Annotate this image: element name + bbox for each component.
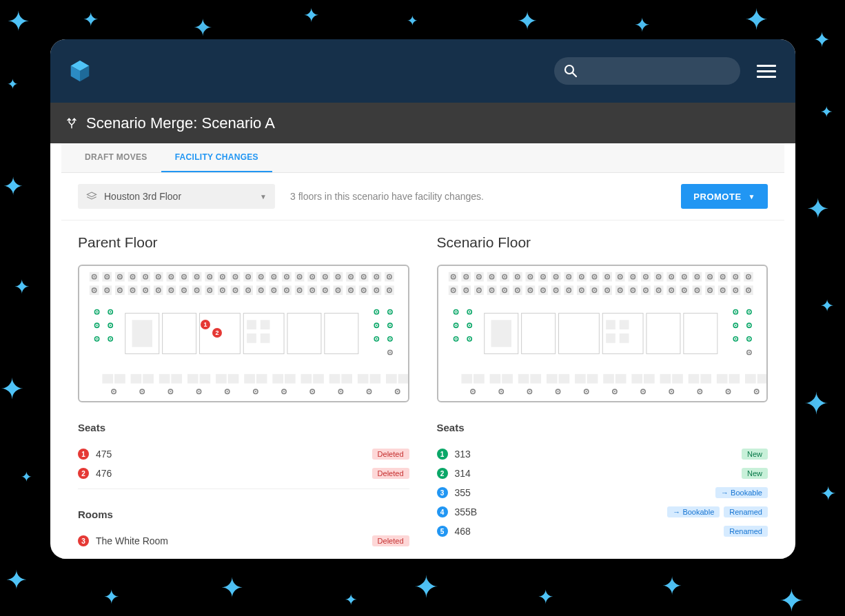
svg-rect-452 <box>745 374 756 384</box>
cube-logo-icon <box>67 58 93 84</box>
tab-draft-moves[interactable]: DRAFT MOVES <box>71 143 161 172</box>
svg-rect-428 <box>575 374 586 384</box>
svg-point-403 <box>455 338 456 340</box>
svg-point-365 <box>709 289 710 291</box>
svg-point-26 <box>170 276 172 278</box>
svg-rect-211 <box>272 374 283 384</box>
svg-point-131 <box>312 289 313 291</box>
svg-point-311 <box>478 289 479 291</box>
svg-point-272 <box>619 276 620 278</box>
svg-point-347 <box>632 289 633 291</box>
svg-point-353 <box>658 289 659 291</box>
floorplan-marker[interactable]: 1 <box>201 320 210 329</box>
svg-rect-219 <box>329 374 340 384</box>
item-number-badge: 1 <box>437 449 448 460</box>
svg-point-293 <box>709 276 710 278</box>
svg-point-317 <box>504 289 505 291</box>
item-tags: → BookableRenamed <box>667 506 768 517</box>
svg-rect-448 <box>716 374 727 384</box>
item-number-badge: 3 <box>78 535 89 546</box>
search-wrap <box>554 57 740 85</box>
svg-point-335 <box>580 289 582 291</box>
list-item[interactable]: 1313New <box>437 444 768 464</box>
svg-point-119 <box>261 289 262 291</box>
svg-point-8 <box>94 276 95 278</box>
svg-rect-421 <box>530 374 541 384</box>
svg-rect-380 <box>683 314 717 354</box>
parent-floor-column: Parent Floor 12 Seats 1475Deleted2476Del… <box>78 234 409 553</box>
svg-rect-192 <box>143 374 154 384</box>
status-tag: → Bookable <box>667 506 720 517</box>
svg-point-332 <box>568 289 569 291</box>
svg-point-233 <box>452 276 454 278</box>
svg-rect-227 <box>386 374 397 384</box>
svg-point-409 <box>748 338 749 340</box>
status-tag: Renamed <box>724 506 768 517</box>
svg-rect-440 <box>660 374 671 384</box>
svg-point-447 <box>699 391 700 392</box>
svg-point-222 <box>340 391 341 392</box>
svg-rect-191 <box>131 374 142 384</box>
svg-rect-412 <box>461 374 472 384</box>
floor-selector[interactable]: Houston 3rd Floor ▼ <box>78 184 275 209</box>
svg-point-239 <box>478 276 479 278</box>
svg-point-32 <box>196 276 198 278</box>
promote-button-label: PROMOTE <box>693 192 741 202</box>
svg-point-407 <box>735 338 736 340</box>
scenario-seats-list: 1313New2314New3355→ Bookable4355B→ Booka… <box>437 444 768 541</box>
svg-rect-158 <box>261 320 270 329</box>
svg-point-95 <box>158 289 159 291</box>
svg-point-184 <box>389 338 391 340</box>
promote-button[interactable]: PROMOTE ▼ <box>681 184 768 209</box>
item-label: 475 <box>96 449 112 460</box>
floorplan-marker[interactable]: 2 <box>212 328 222 338</box>
list-item[interactable]: 3355→ Bookable <box>437 483 768 502</box>
svg-point-206 <box>227 391 228 392</box>
list-item[interactable]: 3The White RoomDeleted <box>78 531 409 551</box>
parent-floorplan[interactable]: 12 <box>78 265 409 402</box>
svg-rect-444 <box>688 374 699 384</box>
svg-point-74 <box>376 276 377 278</box>
svg-rect-204 <box>228 374 239 384</box>
svg-point-68 <box>350 276 352 278</box>
svg-point-116 <box>247 289 249 291</box>
svg-point-166 <box>376 311 377 313</box>
main-grid: Parent Floor 12 Seats 1475Deleted2476Del… <box>61 220 784 553</box>
scenario-floor-heading: Scenario Floor <box>437 234 768 251</box>
list-item[interactable]: 2476Deleted <box>78 464 409 483</box>
svg-point-101 <box>183 289 185 291</box>
svg-rect-382 <box>606 320 615 329</box>
floor-selector-label: Houston 3rd Floor <box>104 191 181 202</box>
svg-rect-187 <box>102 374 113 384</box>
svg-point-254 <box>542 276 543 278</box>
scenario-floorplan[interactable] <box>437 265 768 402</box>
svg-point-186 <box>389 351 391 353</box>
search-input[interactable] <box>554 57 740 85</box>
list-item[interactable]: 5468Renamed <box>437 522 768 541</box>
svg-point-29 <box>183 276 185 278</box>
item-number-badge: 2 <box>78 468 89 479</box>
parent-rooms-list: 3The White RoomDeleted <box>78 531 409 551</box>
svg-rect-207 <box>244 374 255 384</box>
svg-rect-429 <box>587 374 598 384</box>
svg-rect-437 <box>644 374 655 384</box>
svg-point-202 <box>198 391 199 392</box>
svg-rect-436 <box>631 374 642 384</box>
svg-point-89 <box>132 289 133 291</box>
svg-rect-383 <box>619 320 629 329</box>
svg-rect-160 <box>261 333 270 343</box>
item-label: The White Room <box>96 535 168 546</box>
svg-rect-381 <box>491 320 511 347</box>
menu-button[interactable] <box>754 62 779 81</box>
svg-rect-216 <box>313 374 324 384</box>
item-number-badge: 3 <box>437 487 448 498</box>
svg-point-218 <box>312 391 313 392</box>
svg-point-23 <box>158 276 159 278</box>
svg-point-415 <box>472 391 474 392</box>
list-item[interactable]: 1475Deleted <box>78 444 409 464</box>
tab-facility-changes[interactable]: FACILITY CHANGES <box>161 143 272 172</box>
app-window: Scenario Merge: Scenario A DRAFT MOVES F… <box>50 39 795 559</box>
svg-point-107 <box>209 289 210 291</box>
list-item[interactable]: 4355B→ BookableRenamed <box>437 502 768 522</box>
list-item[interactable]: 2314New <box>437 464 768 483</box>
